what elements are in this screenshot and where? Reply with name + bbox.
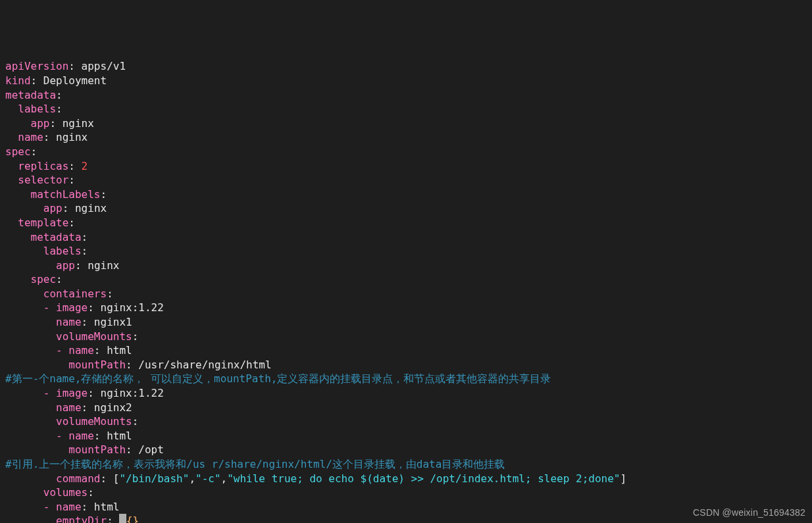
code-line: name: nginx2 [5, 401, 132, 414]
dash: - [43, 387, 56, 399]
bracket-open: [ [113, 472, 120, 485]
string: "while true; do echo $(date) >> /opt/ind… [227, 472, 620, 485]
yaml-key: command [56, 472, 100, 485]
code-line: apiVersion: apps/v1 [5, 60, 126, 72]
yaml-key: labels [43, 245, 82, 257]
string: "-c" [195, 472, 221, 485]
comment: #第一-个name,存储的名称， 可以自定义，mountPath,定义容器内的挂… [5, 372, 551, 385]
code-line: labels: [5, 245, 88, 257]
code-line: name: nginx1 [5, 316, 132, 328]
code-line: metadata: [5, 89, 63, 101]
colon: : [68, 60, 75, 72]
yaml-key: spec [5, 145, 31, 158]
code-line: kind: Deployment [5, 74, 107, 87]
colon: : [101, 472, 107, 485]
yaml-key: replicas [18, 160, 68, 172]
indent [5, 330, 56, 343]
colon: : [94, 430, 101, 442]
string: "/bin/bash" [119, 472, 189, 485]
yaml-value: nginx2 [88, 401, 132, 414]
yaml-value: nginx [68, 202, 107, 214]
colon: : [68, 216, 75, 229]
dash: - [43, 301, 56, 314]
code-line: app: nginx [5, 202, 107, 214]
code-line: #第一-个name,存储的名称， 可以自定义，mountPath,定义容器内的挂… [5, 372, 551, 385]
code-line: template: [5, 216, 75, 229]
yaml-key: template [18, 216, 68, 229]
yaml-value: 2 [75, 160, 88, 172]
colon: : [31, 145, 38, 158]
yaml-value: /opt [132, 443, 164, 456]
code-line: selector: [5, 174, 75, 186]
colon: : [82, 501, 88, 513]
colon: : [126, 443, 132, 456]
colon: : [94, 344, 101, 357]
colon: : [82, 231, 88, 243]
colon: : [88, 486, 94, 499]
indent [5, 188, 31, 201]
colon: : [43, 131, 50, 143]
space [113, 514, 120, 523]
yaml-value: /usr/share/nginx/html [132, 359, 272, 371]
indent [5, 316, 56, 328]
dash: - [56, 344, 68, 357]
code-line: labels: [5, 103, 63, 115]
code-line: name: nginx [5, 131, 88, 143]
comma: , [221, 472, 228, 485]
indent [5, 387, 43, 399]
colon: : [82, 316, 88, 328]
yaml-key: name [56, 501, 82, 513]
yaml-key: spec [31, 273, 57, 286]
code-line: replicas: 2 [5, 160, 88, 172]
indent [5, 401, 56, 414]
colon: : [126, 359, 132, 371]
code-line: volumes: [5, 486, 94, 499]
indent [5, 443, 68, 456]
comma: , [189, 472, 195, 485]
yaml-key: kind [5, 74, 31, 87]
colon: : [63, 202, 69, 214]
code-line: containers: [5, 287, 113, 300]
colon: : [31, 74, 38, 87]
indent [5, 117, 31, 130]
indent [5, 202, 43, 214]
yaml-key: emptyDir [56, 514, 107, 523]
colon: : [107, 514, 113, 523]
indent [5, 160, 18, 172]
yaml-key: apiVersion [5, 60, 68, 72]
indent [5, 430, 56, 442]
bracket-close: ] [620, 472, 626, 485]
code-line: app: nginx [5, 259, 119, 272]
yaml-key: containers [43, 287, 107, 300]
code-line: volumeMounts: [5, 415, 138, 428]
yaml-key: app [43, 202, 63, 214]
yaml-value: nginx:1.22 [94, 387, 164, 399]
yaml-key: matchLabels [31, 188, 101, 201]
colon: : [56, 103, 63, 115]
yaml-key: labels [18, 103, 56, 115]
yaml-value: nginx:1.22 [94, 301, 164, 314]
indent [5, 501, 43, 513]
yaml-value: html [101, 344, 132, 357]
yaml-key: name [56, 401, 82, 414]
colon: : [82, 401, 88, 414]
indent [5, 131, 18, 143]
code-line: spec: [5, 273, 63, 286]
yaml-key: metadata [31, 231, 82, 243]
yaml-key: app [31, 117, 50, 130]
yaml-value: html [101, 430, 132, 442]
code-line: app: nginx [5, 117, 94, 130]
watermark: CSDN @weixin_51694382 [693, 507, 805, 519]
indent [5, 287, 43, 300]
yaml-value: apps/v1 [75, 60, 126, 72]
colon: : [132, 330, 139, 343]
code-line: #引用.上一个挂载的名称，表示我将和/us r/share/nginx/html… [5, 458, 505, 470]
yaml-key: name [68, 430, 94, 442]
code-line: matchLabels: [5, 188, 107, 201]
indent [5, 103, 18, 115]
yaml-value: {} [126, 514, 139, 523]
colon: : [88, 387, 94, 399]
indent [5, 415, 56, 428]
indent [5, 216, 18, 229]
dash: - [43, 501, 56, 513]
